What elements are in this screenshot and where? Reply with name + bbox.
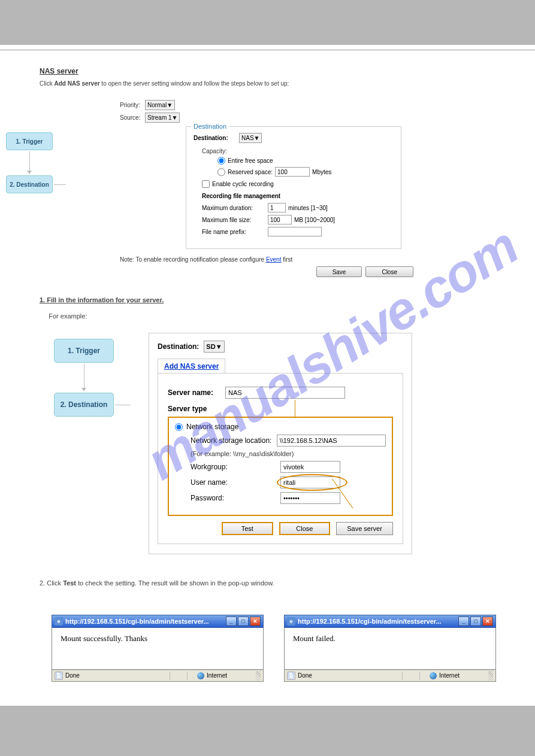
dlg1-titlebar: e http://192.168.5.151/cgi-bin/admin/tes… [52, 615, 264, 628]
loc-row: Network storage location: [175, 435, 386, 447]
fieldset-legend: Destination [191, 123, 229, 130]
done-icon: 📄 [287, 672, 295, 680]
dlg1-internet: Internet [207, 672, 227, 679]
network-storage-radio[interactable] [175, 423, 183, 431]
intro-part-a: Click [40, 80, 54, 87]
wg-label: Workgroup: [191, 463, 280, 471]
note-row: Note: To enable recording notification p… [120, 256, 413, 263]
ie-icon: e [55, 617, 63, 626]
cyclic-label: Enable cyclic recording [212, 181, 274, 187]
maximize-button[interactable]: □ [238, 617, 249, 626]
divider [0, 50, 535, 50]
step-connector [54, 184, 66, 185]
dlg2-titlebar: e http://192.168.5.151/cgi-bin/admin/tes… [284, 615, 496, 628]
dlg2-status: 📄 Done Internet [284, 670, 496, 682]
reserved-input[interactable] [275, 167, 310, 177]
globe-icon [430, 672, 437, 679]
cyclic-checkbox[interactable] [202, 180, 210, 188]
wg-input[interactable] [280, 461, 340, 473]
settings-panel-2: Destination: SD ▼ Add NAS server Server … [149, 333, 412, 554]
radio-reserved-label: Reserved space: [228, 169, 273, 175]
dest2-select[interactable]: SD ▼ [204, 341, 224, 353]
destination-label: Destination: [194, 135, 239, 141]
step2-connector [115, 405, 131, 405]
step2-destination: 2. Destination [54, 393, 114, 417]
ns-radio-row: Network storage [175, 423, 386, 431]
prefix-input[interactable] [268, 227, 322, 236]
minimize-button[interactable]: _ [226, 617, 237, 626]
close-button[interactable]: Close [365, 266, 413, 277]
minimize-button[interactable]: _ [458, 617, 469, 626]
radio-entire-label: Entire free space [228, 157, 273, 164]
destination-select[interactable]: NAS ▼ [239, 133, 262, 143]
source-row: Source: Stream 1 ▼ [120, 113, 413, 123]
user-input[interactable] [280, 476, 340, 488]
intro-bold: Add NAS server [54, 80, 99, 87]
step2-trigger: 1. Trigger [54, 339, 114, 363]
cyclic-row: Enable cyclic recording [202, 180, 394, 188]
radio-reserved[interactable] [217, 168, 225, 176]
win-buttons: _ □ ✕ [458, 617, 493, 626]
prefix-label: File name prefix: [202, 229, 265, 235]
intro-part-c: to open the server setting window and fo… [100, 80, 289, 87]
dialog-fail: e http://192.168.5.151/cgi-bin/admin/tes… [284, 615, 496, 682]
pw-row: Password: [175, 492, 386, 504]
priority-row: Priority: Normal ▼ [120, 100, 413, 110]
button-row-2: Test Close Save server [222, 522, 393, 535]
loc-example: (For example: \\my_nas\disk\folder) [191, 450, 386, 457]
result-dialogs: e http://192.168.5.151/cgi-bin/admin/tes… [52, 615, 535, 682]
radio-entire-row: Entire free space [217, 157, 394, 165]
maxdur-label: Maximum duration: [202, 205, 265, 211]
dlg2-body: Mount failed. [284, 628, 496, 670]
close-window-button[interactable]: ✕ [482, 617, 493, 626]
save-server-button[interactable]: Save server [336, 522, 393, 535]
test-button[interactable]: Test [222, 522, 273, 535]
callout-line-1 [295, 400, 295, 417]
dialog-success: e http://192.168.5.151/cgi-bin/admin/tes… [52, 615, 264, 682]
maxdur-unit: minutes [1~30] [288, 205, 328, 211]
ns-radio-label: Network storage [186, 423, 238, 431]
source-label: Source: [120, 114, 145, 121]
source-select[interactable]: Stream 1 ▼ [145, 113, 180, 123]
servername-input[interactable] [225, 387, 345, 399]
grip-icon [256, 671, 261, 681]
step-trigger: 1. Trigger [6, 132, 53, 150]
step2-arrow-icon [81, 388, 86, 391]
maximize-button[interactable]: □ [470, 617, 481, 626]
maxdur-row: Maximum duration: minutes [1~30] [202, 203, 394, 212]
win-buttons: _ □ ✕ [226, 617, 261, 626]
maxsize-input[interactable] [268, 215, 292, 224]
priority-select[interactable]: Normal ▼ [145, 100, 175, 110]
globe-icon [197, 672, 204, 679]
user-row: User name: [175, 476, 386, 488]
close-window-button[interactable]: ✕ [250, 617, 261, 626]
ie-icon: e [287, 617, 295, 626]
step-arrow-icon [27, 171, 32, 174]
note-a: Note: To enable recording notification p… [120, 256, 266, 263]
event-link[interactable]: Event [266, 256, 282, 263]
step-text-1: 1. Fill in the information for your serv… [40, 295, 495, 305]
pw-input[interactable] [280, 492, 340, 504]
prefix-row: File name prefix: [202, 227, 394, 236]
save-button[interactable]: Save [316, 266, 362, 277]
dlg1-status: 📄 Done Internet [52, 670, 264, 682]
maxdur-input[interactable] [268, 203, 286, 212]
top-banner [0, 0, 535, 45]
add-nas-tab[interactable]: Add NAS server [158, 359, 225, 374]
maxsize-unit: MB [100~2000] [294, 217, 335, 223]
maxsize-row: Maximum file size: MB [100~2000] [202, 215, 394, 224]
loc-input[interactable] [277, 435, 386, 447]
nas-tab-body: Server name: Server type Network storage… [158, 373, 403, 544]
radio-entire[interactable] [217, 157, 225, 165]
capacity-label: Capacity: [202, 148, 394, 154]
close-button-2[interactable]: Close [279, 522, 331, 535]
dlg2-title: http://192.168.5.151/cgi-bin/admin/tests… [298, 618, 456, 625]
settings-panel-2-wrap: 1. Trigger 2. Destination Destination: S… [0, 333, 535, 554]
bottom-banner [0, 706, 535, 757]
maxsize-label: Maximum file size: [202, 217, 265, 223]
servername-label: Server name: [168, 388, 225, 397]
dlg1-body: Mount successfully. Thanks [52, 628, 264, 670]
wg-row: Workgroup: [175, 461, 386, 473]
servername-row: Server name: [168, 387, 393, 399]
heading-nas-server: NAS server [40, 67, 535, 75]
